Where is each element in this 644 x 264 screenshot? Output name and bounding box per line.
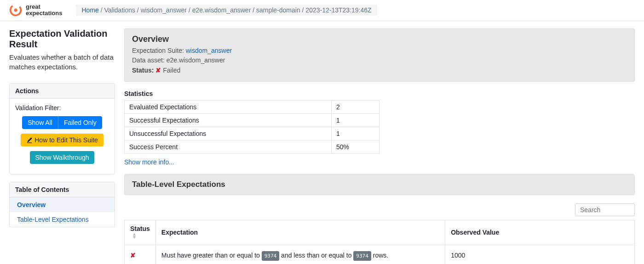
col-observed[interactable]: Observed Value <box>445 220 635 245</box>
ge-logo-icon <box>9 4 22 17</box>
failed-only-button[interactable]: Failed Only <box>58 116 102 129</box>
stats-label: Successful Expectations <box>125 113 332 127</box>
logo-text: greatexpectations <box>26 4 62 17</box>
show-all-button[interactable]: Show All <box>22 116 58 129</box>
sort-icon: ▲▼ <box>132 232 137 239</box>
toc-link[interactable]: Overview <box>10 197 115 212</box>
actions-header: Actions <box>10 84 115 99</box>
stats-label: Unsuccessful Expectations <box>125 127 332 140</box>
page-title: Expectation Validation Result <box>9 28 115 50</box>
svg-point-1 <box>14 9 17 12</box>
show-more-info-link[interactable]: Show more info... <box>124 158 174 166</box>
status-cell: ✘ <box>125 245 156 264</box>
actions-panel: Actions Validation Filter: Show All Fail… <box>9 83 115 174</box>
col-expectation[interactable]: Expectation <box>155 220 445 245</box>
toc-item: Table-Level Expectations <box>10 212 115 227</box>
stats-row: Evaluated Expectations2 <box>125 100 380 113</box>
observed-cell: 1000 <box>445 245 635 264</box>
breadcrumb: Home / Validations / wisdom_answer / e2e… <box>76 5 377 16</box>
stats-row: Successful Expectations1 <box>125 113 380 127</box>
overview-suite: Expectation Suite: wisdom_answer <box>132 46 627 56</box>
filter-label: Validation Filter: <box>15 104 109 112</box>
top-bar: greatexpectations Home / Validations / w… <box>0 0 644 21</box>
stats-row: Unsuccessful Expectations1 <box>125 127 380 140</box>
logo[interactable]: greatexpectations <box>9 4 62 17</box>
main-content: Overview Expectation Suite: wisdom_answe… <box>124 28 635 264</box>
stats-row: Success Percent50% <box>125 140 380 153</box>
breadcrumb-trail: / Validations / wisdom_answer / e2e.wisd… <box>99 6 372 14</box>
stats-value: 2 <box>332 100 380 113</box>
toc-header: Table of Contents <box>10 182 115 197</box>
suite-link[interactable]: wisdom_answer <box>186 47 232 54</box>
toc-panel: Table of Contents OverviewTable-Level Ex… <box>9 182 115 227</box>
expectation-cell: Must have greater than or equal to 9374 … <box>155 245 445 264</box>
stats-value: 1 <box>332 113 380 127</box>
overview-asset: Data asset: e2e.wisdom_answer <box>132 56 627 66</box>
value-badge: 9374 <box>262 251 280 261</box>
breadcrumb-home[interactable]: Home <box>81 6 98 14</box>
overview-status: Status: ✘ Failed <box>132 66 627 76</box>
show-walkthrough-button[interactable]: Show Walkthrough <box>30 151 95 164</box>
search-input[interactable] <box>575 203 635 216</box>
value-badge: 9374 <box>353 251 371 261</box>
toc-link[interactable]: Table-Level Expectations <box>10 212 115 227</box>
sidebar: Expectation Validation Result Evaluates … <box>9 28 115 264</box>
stats-value: 1 <box>332 127 380 140</box>
stats-label: Success Percent <box>125 140 332 153</box>
x-icon: ✘ <box>130 252 136 259</box>
stats-label: Evaluated Expectations <box>125 100 332 113</box>
expectations-table: Status▲▼ Expectation Observed Value ✘Mus… <box>124 220 635 264</box>
tle-header: Table-Level Expectations <box>124 174 635 195</box>
overview-title: Overview <box>132 34 627 44</box>
table-row: ✘Must have greater than or equal to 9374… <box>125 245 635 264</box>
statistics-title: Statistics <box>124 90 635 97</box>
status-fail-icon: ✘ <box>155 67 161 74</box>
edit-icon <box>26 137 33 143</box>
how-to-edit-button[interactable]: How to Edit This Suite <box>21 134 103 146</box>
page-description: Evaluates whether a batch of data matche… <box>9 52 115 73</box>
statistics-section: Statistics Evaluated Expectations2Succes… <box>124 90 635 166</box>
col-status[interactable]: Status▲▼ <box>125 220 156 245</box>
stats-value: 50% <box>332 140 380 153</box>
overview-box: Overview Expectation Suite: wisdom_answe… <box>124 28 635 82</box>
statistics-table: Evaluated Expectations2Successful Expect… <box>124 100 380 154</box>
toc-item: Overview <box>10 197 115 212</box>
toc-list: OverviewTable-Level Expectations <box>10 197 115 227</box>
